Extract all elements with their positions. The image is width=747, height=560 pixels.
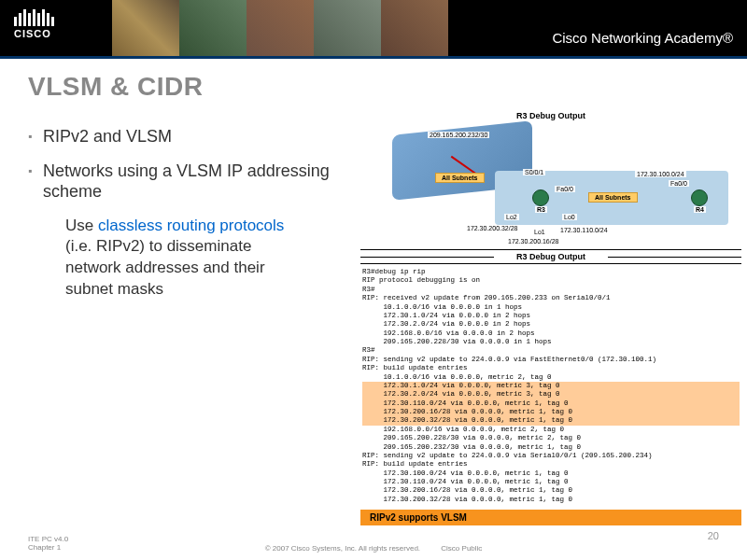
left-column: RIPv2 and VLSM Networks using a VLSM IP … [0,109,355,525]
t-l8: 192.168.0.0/16 via 0.0.0.0 in 2 hops [362,329,535,337]
cisco-logo: CISCO [14,9,54,39]
t-l6: 172.30.1.0/24 via 0.0.0.0 in 2 hops [362,312,530,319]
academy-text: Cisco Networking Academy® [552,30,733,46]
lo2-label: Lo2 [504,214,519,220]
terminal-panel: R3 Debug Output R3#debug ip rip RIP prot… [355,249,747,525]
header-divider [0,56,747,59]
fa00-label-b: Fa0/0 [669,180,689,187]
sub-post: (i.e. RIPv2) to disseminate network addr… [65,237,265,298]
slide-footer: ITE PC v4.0 Chapter 1 © 2007 Cisco Syste… [0,532,747,560]
footer-public: Cisco Public [441,544,482,553]
t-l19: 172.30.100.0/24 via 0.0.0.0, metric 1, t… [362,469,569,477]
diagram-title: R3 Debug Output [355,111,747,120]
t-l18: RIP: build update entries [362,460,468,468]
all-subnets-badge-1: All Subnets [435,173,485,183]
all-subnets-badge-2: All Subnets [588,192,638,203]
t-l20: 172.30.110.0/24 via 0.0.0.0, metric 1, t… [362,478,569,485]
t-l5: 10.1.0.0/16 via 0.0.0.0 in 1 hops [362,303,522,311]
brand-text: CISCO [14,28,54,39]
header-photo-strip [112,0,448,56]
t-l3: R3# [362,286,375,293]
footer-copy: © 2007 Cisco Systems, Inc. All rights re… [265,544,420,553]
t-l16: 209.165.200.232/30 via 0.0.0.0, metric 1… [362,443,581,451]
t-l2: RIP protocol debugging is on [362,276,480,284]
t-l11: RIP: sending v2 update to 224.0.0.9 via … [362,356,656,363]
sub-bullet: Use classless routing protocols (i.e. RI… [65,216,289,301]
net4-label: 172.30.110.0/24 [558,227,610,233]
fa00-label-a: Fa0/0 [555,186,575,192]
lo1-label: Lo1 [532,229,547,235]
net1-label: 172.30.100.0/24 [635,171,686,177]
t-h3: 172.30.110.0/24 via 0.0.0.0, metric 1, t… [362,399,740,408]
slide-content: RIPv2 and VLSM Networks using a VLSM IP … [0,109,747,525]
s001-label: S0/0/1 [523,169,545,175]
footer-center: © 2007 Cisco Systems, Inc. All rights re… [0,544,747,553]
t-l17: RIP: sending v2 update to 224.0.0.9 via … [362,452,653,459]
t-l21: 172.30.200.16/28 via 0.0.0.0, metric 1, … [362,486,572,494]
rip-support-tag: RIPv2 supports VLSM [360,510,741,525]
bullet-2: Networks using a VLSM IP addressing sche… [28,161,345,203]
right-column: R3 Debug Output All Subnets All Subnets … [355,109,747,525]
t-h1: 172.30.1.0/24 via 0.0.0.0, metric 3, tag… [362,382,740,390]
sub-pre: Use [65,217,98,234]
lo0-label: Lo0 [562,214,577,220]
t-l14: 192.168.0.0/16 via 0.0.0.0, metric 2, ta… [362,426,564,433]
t-h2: 172.30.2.0/24 via 0.0.0.0, metric 3, tag… [362,390,740,399]
bullet-1: RIPv2 and VLSM [28,126,345,147]
t-l4: RIP: received v2 update from 209.165.200… [362,294,611,301]
t-l7: 172.30.2.0/24 via 0.0.0.0 in 2 hops [362,320,530,328]
r4-label: R4 [694,206,706,213]
t-l12: RIP: build update entries [362,364,468,371]
t-h5: 172.30.200.32/28 via 0.0.0.0, metric 1, … [362,416,740,425]
page-number: 20 [708,530,719,541]
router-r4-icon [691,189,708,206]
t-l22: 172.30.200.32/28 via 0.0.0.0, metric 1, … [362,496,572,503]
slide-title: VLSM & CIDR [28,72,747,102]
t-l10: R3# [362,346,375,354]
router-r3-icon [532,189,549,206]
net2-label: 172.30.200.32/28 [465,225,520,231]
t-l1: R3#debug ip rip [362,268,426,275]
t-l13: 10.1.0.0/16 via 0.0.0.0, metric 2, tag 0 [362,373,552,381]
wan-net-label: 209.165.200.232/30 [428,132,489,138]
terminal-output: R3#debug ip rip RIP protocol debugging i… [355,264,747,508]
classless-link: classless routing protocols [98,217,284,234]
footer-ite: ITE PC v4.0 [28,535,68,543]
t-h4: 172.30.200.16/28 via 0.0.0.0, metric 1, … [362,408,740,416]
t-l9: 209.165.200.228/30 via 0.0.0.0 in 1 hops [362,338,552,345]
slide-header: CISCO Cisco Networking Academy® [0,0,747,56]
r3-label: R3 [535,206,547,213]
network-diagram: All Subnets All Subnets 209.165.200.232/… [355,124,747,245]
terminal-header: R3 Debug Output [360,249,741,264]
t-l15: 209.165.200.228/30 via 0.0.0.0, metric 2… [362,434,581,441]
net3-label: 172.30.200.16/28 [506,238,561,245]
